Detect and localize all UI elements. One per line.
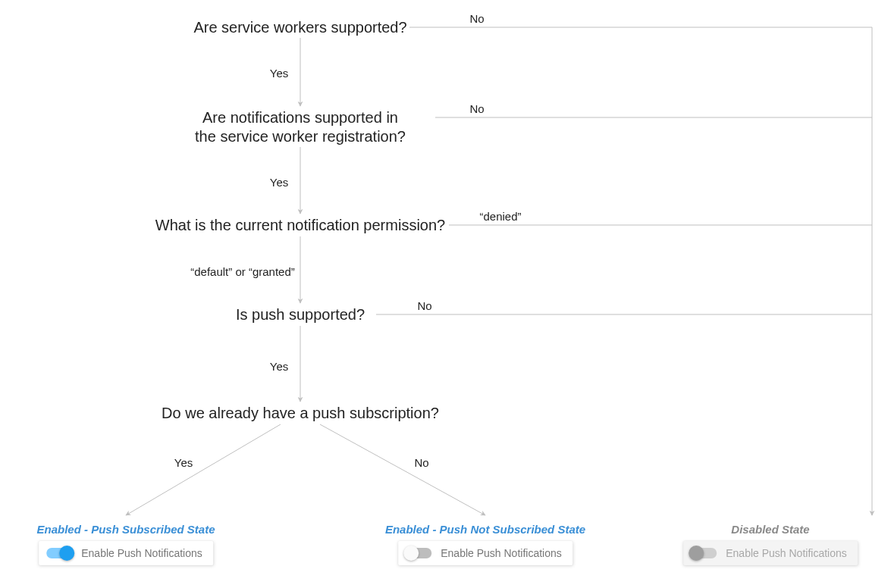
edge-q4-yes: Yes: [268, 360, 290, 373]
edge-q4-no: No: [416, 299, 433, 312]
edge-q1-no: No: [468, 12, 485, 25]
toggle-on-icon[interactable]: [46, 548, 72, 558]
question-notifications-supported: Are notifications supported in the servi…: [195, 108, 406, 146]
question-service-workers: Are service workers supported?: [193, 18, 406, 37]
toggle-card-disabled: Enable Push Notifications: [683, 541, 858, 565]
edge-q3-denied: “denied”: [478, 210, 522, 223]
edge-q3-default-granted: “default” or “granted”: [189, 265, 296, 278]
state-title-enabled-subscribed: Enabled - Push Subscribed State: [36, 523, 215, 536]
toggle-label: Enable Push Notifications: [81, 547, 202, 559]
edge-q1-yes: Yes: [268, 67, 290, 80]
question-notification-permission: What is the current notification permiss…: [155, 216, 445, 235]
edge-q5-no: No: [412, 456, 430, 469]
toggle-card-enabled-subscribed: Enable Push Notifications: [39, 541, 213, 565]
question-already-subscribed: Do we already have a push subscription?: [162, 404, 439, 423]
connector-lines: [0, 0, 894, 588]
flowchart-canvas: Are service workers supported? Are notif…: [0, 0, 894, 588]
state-title-disabled: Disabled State: [731, 523, 809, 536]
toggle-disabled-icon: [691, 548, 717, 558]
toggle-off-icon[interactable]: [406, 548, 431, 558]
toggle-card-enabled-unsubscribed: Enable Push Notifications: [398, 541, 572, 565]
edge-q2-yes: Yes: [268, 176, 290, 189]
edge-q2-no: No: [468, 102, 485, 115]
question-push-supported: Is push supported?: [236, 305, 365, 324]
toggle-label: Enable Push Notifications: [441, 547, 562, 559]
state-title-enabled-unsubscribed: Enabled - Push Not Subscribed State: [385, 523, 585, 536]
edge-q5-yes: Yes: [173, 456, 194, 469]
toggle-label: Enable Push Notifications: [726, 547, 847, 559]
